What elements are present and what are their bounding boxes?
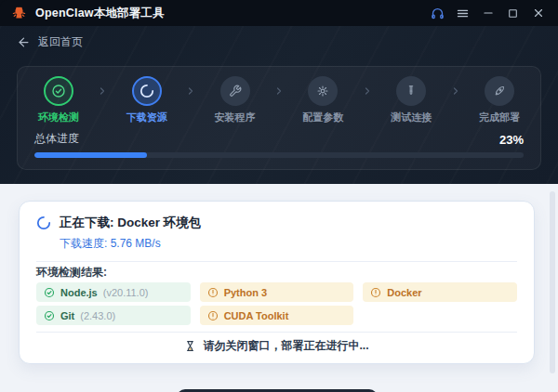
scrollbar-thumb[interactable]	[550, 191, 555, 373]
warning-circle-icon	[207, 287, 219, 298]
app-title: OpenClaw本地部署工具	[35, 6, 165, 21]
progress-bar	[34, 152, 524, 158]
chevron-right-icon	[362, 85, 373, 97]
content-section: 正在下载: Docker 环境包 下载速度: 5.76 MB/s 环境检测结果:…	[0, 184, 558, 392]
progress-fill	[34, 152, 147, 158]
overall-progress-label: 总体进度	[34, 131, 79, 147]
env-item-cuda-toolkit: CUDA Toolkit	[200, 306, 354, 325]
menu-icon	[456, 7, 470, 20]
back-button[interactable]: 返回首页	[17, 33, 83, 50]
divider	[36, 332, 517, 333]
wrench-icon	[229, 85, 242, 98]
step-install: 安装程序	[211, 76, 259, 123]
check-circle-icon	[44, 287, 55, 298]
hourglass-icon	[184, 340, 196, 352]
warning-circle-icon	[207, 310, 219, 321]
headphones-icon	[431, 7, 445, 20]
env-item-python3: Python 3	[200, 282, 354, 302]
download-title: 正在下载: Docker 环境包	[60, 215, 201, 231]
minimize-button[interactable]	[475, 3, 500, 23]
chevron-right-icon	[273, 85, 285, 97]
loading-spinner-icon	[36, 216, 51, 230]
chevron-right-icon	[185, 85, 196, 97]
header-section: 返回首页 环境检测	[0, 26, 558, 184]
download-speed: 下载速度: 5.76 MB/s	[60, 238, 517, 250]
spinner-icon	[140, 84, 154, 98]
check-circle-icon	[44, 310, 55, 321]
back-arrow-icon	[17, 35, 31, 49]
maximize-button[interactable]	[500, 3, 525, 23]
headphones-button[interactable]	[425, 3, 450, 23]
app-window: OpenClaw本地部署工具	[0, 0, 558, 392]
env-item-docker: Docker	[363, 282, 517, 302]
rocket-icon	[493, 85, 506, 98]
warning-circle-icon	[370, 287, 381, 298]
env-check-heading: 环境检测结果:	[36, 267, 517, 279]
claw-logo-icon	[11, 6, 27, 21]
close-button[interactable]	[525, 3, 551, 23]
step-env-check: 环境检测	[34, 76, 83, 123]
chevron-right-icon	[450, 85, 461, 97]
stepper: 环境检测 下载资源	[34, 76, 524, 123]
back-label: 返回首页	[38, 34, 83, 50]
progress-percent: 23%	[499, 133, 524, 147]
stepper-panel: 环境检测 下载资源	[17, 66, 541, 170]
step-test-connection: 测试连接	[387, 76, 435, 123]
env-item-nodejs: Node.js (v20.11.0)	[36, 282, 191, 302]
gear-icon	[316, 85, 329, 98]
minimize-icon	[482, 7, 495, 20]
check-circle-icon	[51, 84, 66, 98]
step-complete: 完成部署	[475, 76, 524, 123]
notice-text: 请勿关闭窗口，部署正在进行中...	[203, 339, 368, 352]
chevron-right-icon	[97, 85, 108, 97]
deployment-notice: 请勿关闭窗口，部署正在进行中...	[36, 339, 517, 352]
env-item-git: Git (2.43.0)	[36, 306, 191, 325]
maximize-icon	[507, 7, 519, 20]
download-status-card: 正在下载: Docker 环境包 下载速度: 5.76 MB/s 环境检测结果:…	[19, 201, 535, 364]
close-icon	[532, 7, 545, 20]
divider	[36, 261, 517, 262]
step-configure: 配置参数	[299, 76, 347, 123]
test-tube-icon	[405, 85, 418, 98]
step-download: 下载资源	[123, 76, 171, 123]
env-check-results: Node.js (v20.11.0) Python 3 Docker	[36, 282, 517, 325]
titlebar: OpenClaw本地部署工具	[0, 0, 558, 26]
menu-button[interactable]	[450, 3, 475, 23]
